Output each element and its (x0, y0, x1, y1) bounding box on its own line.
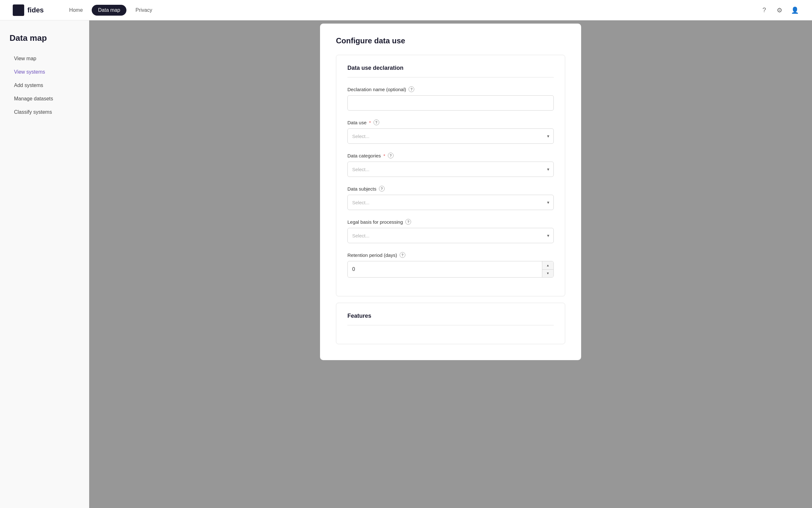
retention-period-label: Retention period (days) ? (347, 252, 554, 258)
data-use-select[interactable]: Select... (347, 128, 554, 144)
retention-period-input[interactable] (347, 261, 554, 278)
features-card-title: Features (347, 313, 554, 325)
retention-period-spinners: ▲ ▼ (542, 261, 554, 277)
retention-period-field: Retention period (days) ? ▲ ▼ (347, 252, 554, 278)
legal-basis-field: Legal basis for processing ? Select... ▾ (347, 219, 554, 243)
modal-title: Configure data use (336, 36, 565, 45)
declaration-name-field: Declaration name (optional) ? (347, 86, 554, 111)
data-use-required: * (369, 120, 371, 125)
data-categories-help-icon[interactable]: ? (388, 153, 394, 158)
logo-box-icon (13, 4, 24, 16)
nav-icons: ? ⚙ 👤 (760, 6, 799, 15)
data-categories-field: Data categories * ? Select... ▾ (347, 153, 554, 177)
sidebar-title: Data map (9, 33, 80, 43)
logo-text: fides (28, 6, 44, 14)
retention-period-help-icon[interactable]: ? (400, 252, 405, 258)
page-layout: Data map View map View systems Add syste… (0, 20, 812, 508)
legal-basis-select[interactable]: Select... (347, 228, 554, 243)
sidebar-item-view-map[interactable]: View map (9, 53, 80, 65)
configure-data-use-modal: Configure data use Data use declaration … (320, 24, 581, 360)
data-use-declaration-card: Data use declaration Declaration name (o… (336, 55, 565, 296)
data-categories-select[interactable]: Select... (347, 162, 554, 177)
data-categories-label: Data categories * ? (347, 153, 554, 158)
user-icon[interactable]: 👤 (790, 6, 799, 15)
data-subjects-label: Data subjects ? (347, 186, 554, 192)
sidebar-item-view-systems[interactable]: View systems (9, 66, 80, 78)
declaration-name-label: Declaration name (optional) ? (347, 86, 554, 92)
data-use-help-icon[interactable]: ? (374, 120, 379, 125)
main-content: Configure data use Data use declaration … (89, 20, 812, 508)
legal-basis-select-wrapper: Select... ▾ (347, 228, 554, 243)
data-subjects-select-wrapper: Select... ▾ (347, 195, 554, 210)
sidebar: Data map View map View systems Add syste… (0, 20, 89, 508)
logo-area[interactable]: fides (13, 4, 44, 16)
data-subjects-select[interactable]: Select... (347, 195, 554, 210)
retention-period-increment[interactable]: ▲ (542, 261, 554, 269)
data-use-field: Data use * ? Select... ▾ (347, 120, 554, 144)
features-card: Features (336, 303, 565, 344)
card-title: Data use declaration (347, 65, 554, 77)
nav-item-home[interactable]: Home (63, 5, 89, 15)
data-subjects-help-icon[interactable]: ? (379, 186, 385, 192)
nav-item-datamap[interactable]: Data map (92, 5, 127, 15)
help-icon[interactable]: ? (760, 6, 769, 15)
retention-period-input-wrapper: ▲ ▼ (347, 261, 554, 278)
declaration-name-input[interactable] (347, 95, 554, 111)
data-use-label: Data use * ? (347, 120, 554, 125)
sidebar-item-manage-datasets[interactable]: Manage datasets (9, 93, 80, 105)
data-subjects-field: Data subjects ? Select... ▾ (347, 186, 554, 210)
declaration-name-help-icon[interactable]: ? (409, 86, 414, 92)
sidebar-item-add-systems[interactable]: Add systems (9, 79, 80, 91)
data-categories-required: * (383, 153, 385, 158)
legal-basis-help-icon[interactable]: ? (405, 219, 411, 225)
top-navigation: fides Home Data map Privacy ? ⚙ 👤 (0, 0, 812, 20)
data-use-select-wrapper: Select... ▾ (347, 128, 554, 144)
settings-icon[interactable]: ⚙ (775, 6, 784, 15)
legal-basis-label: Legal basis for processing ? (347, 219, 554, 225)
data-categories-select-wrapper: Select... ▾ (347, 162, 554, 177)
nav-item-privacy[interactable]: Privacy (129, 5, 158, 15)
sidebar-item-classify-systems[interactable]: Classify systems (9, 106, 80, 118)
nav-items: Home Data map Privacy (63, 5, 760, 15)
sidebar-items: View map View systems Add systems Manage… (9, 53, 80, 118)
retention-period-decrement[interactable]: ▼ (542, 269, 554, 278)
